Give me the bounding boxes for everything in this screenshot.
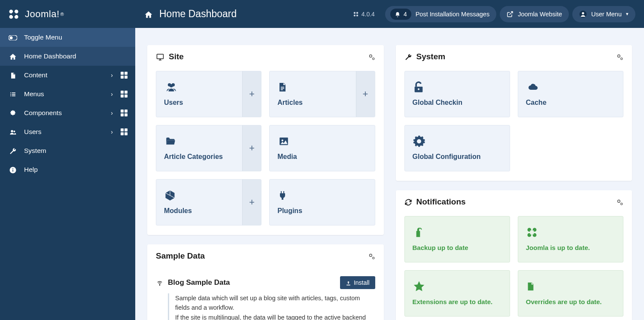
svg-rect-8 bbox=[10, 94, 11, 94]
system-panel-settings-button[interactable] bbox=[616, 53, 623, 61]
cloud-icon bbox=[526, 79, 615, 95]
unlock-icon bbox=[413, 79, 502, 95]
chevron-down-icon: ▾ bbox=[626, 11, 629, 17]
notification-tile[interactable]: Joomla is up to date. bbox=[518, 216, 623, 262]
sidebar-item-users[interactable]: Users› bbox=[0, 122, 135, 141]
notification-tile[interactable]: Extensions are up to date. bbox=[404, 270, 510, 317]
cog-icon bbox=[413, 133, 502, 149]
svg-point-5 bbox=[10, 36, 13, 39]
user-menu-text: User Menu bbox=[591, 11, 622, 18]
brand-text: Joomla! bbox=[25, 9, 60, 20]
grid-icon[interactable] bbox=[121, 110, 128, 116]
svg-point-44 bbox=[621, 203, 623, 205]
tile-users[interactable]: Users+ bbox=[156, 71, 261, 117]
svg-point-20 bbox=[356, 14, 358, 16]
right-column: System Global CheckinCacheGlobal Configu… bbox=[396, 45, 632, 320]
toggle-menu-label: Toggle Menu bbox=[24, 34, 128, 41]
tile-plugins[interactable]: Plugins bbox=[269, 179, 375, 226]
tile-label: Global Checkin bbox=[413, 99, 502, 107]
system-panel: System Global CheckinCacheGlobal Configu… bbox=[396, 45, 632, 181]
tile-global-configuration[interactable]: Global Configuration bbox=[404, 125, 510, 171]
plug-icon bbox=[277, 187, 367, 204]
sample-panel-settings-button[interactable] bbox=[368, 252, 375, 260]
add-button[interactable]: + bbox=[242, 71, 261, 117]
svg-point-17 bbox=[354, 12, 355, 13]
nav-label: Home Dashboard bbox=[24, 52, 128, 60]
svg-point-16 bbox=[12, 168, 13, 169]
svg-point-12 bbox=[11, 130, 13, 132]
info-icon bbox=[8, 165, 18, 174]
install-button[interactable]: Install bbox=[340, 276, 375, 289]
post-install-messages-button[interactable]: 4 Post Installation Messages bbox=[385, 6, 496, 22]
sidebar-item-home-dashboard[interactable]: Home Dashboard bbox=[0, 47, 135, 66]
tile-modules[interactable]: Modules+ bbox=[156, 179, 261, 226]
tile-media[interactable]: Media bbox=[269, 125, 375, 171]
tile-label: Extensions are up to date. bbox=[413, 298, 502, 305]
tile-label: Modules bbox=[164, 207, 253, 215]
page-title-text: Home Dashboard bbox=[159, 8, 237, 20]
page-title: Home Dashboard bbox=[144, 8, 237, 20]
site-panel-settings-button[interactable] bbox=[368, 53, 375, 61]
chevron-right-icon: › bbox=[111, 128, 113, 135]
toggle-menu-button[interactable]: Toggle Menu bbox=[0, 28, 135, 47]
wifi-icon bbox=[156, 278, 164, 287]
grid-icon[interactable] bbox=[121, 72, 128, 79]
toggle-icon bbox=[8, 33, 18, 42]
svg-rect-23 bbox=[157, 54, 164, 59]
reg-mark: ® bbox=[61, 12, 64, 17]
tile-cache[interactable]: Cache bbox=[518, 71, 623, 117]
tile-label: Global Configuration bbox=[413, 153, 502, 161]
dashboard-content: Site Users+Articles+Article Categories+M… bbox=[135, 28, 644, 320]
chevron-right-icon: › bbox=[111, 110, 113, 116]
grid-icon[interactable] bbox=[121, 128, 128, 135]
sidebar-item-menus[interactable]: Menus› bbox=[0, 85, 135, 104]
notification-tile[interactable]: Overrides are up to date. bbox=[518, 270, 623, 317]
brand-logo[interactable]: Joomla!® bbox=[0, 0, 135, 28]
tile-article-categories[interactable]: Article Categories+ bbox=[156, 125, 261, 171]
star-icon bbox=[413, 278, 502, 295]
svg-rect-29 bbox=[281, 87, 284, 88]
add-button[interactable]: + bbox=[242, 180, 261, 225]
system-panel-title: System bbox=[416, 52, 617, 61]
tile-label: Articles bbox=[277, 99, 367, 107]
add-button[interactable]: + bbox=[242, 125, 261, 171]
wrench-icon bbox=[404, 52, 412, 61]
notification-tile[interactable]: Backup up to date bbox=[404, 216, 510, 262]
upload-icon bbox=[346, 279, 351, 286]
sidebar-item-content[interactable]: Content› bbox=[0, 66, 135, 85]
tile-global-checkin[interactable]: Global Checkin bbox=[404, 71, 510, 117]
main-area: Home Dashboard 4.0.4 4 Post Installation… bbox=[135, 0, 644, 320]
sidebar-item-system[interactable]: System bbox=[0, 141, 135, 160]
sample-panel-title: Sample Data bbox=[156, 251, 368, 261]
nav-label: Menus bbox=[24, 90, 111, 98]
nav-label: Components bbox=[24, 109, 111, 117]
grid-icon[interactable] bbox=[121, 91, 128, 98]
version-indicator[interactable]: 4.0.4 bbox=[353, 11, 375, 18]
refresh-icon bbox=[404, 198, 412, 207]
svg-point-25 bbox=[372, 58, 374, 60]
tile-label: Plugins bbox=[277, 207, 367, 215]
svg-point-37 bbox=[372, 257, 374, 259]
add-button[interactable]: + bbox=[356, 71, 375, 117]
tile-label: Users bbox=[164, 99, 253, 107]
joomla-website-link[interactable]: Joomla Website bbox=[500, 6, 569, 22]
svg-point-19 bbox=[354, 14, 355, 16]
backup-icon bbox=[413, 224, 502, 241]
svg-rect-35 bbox=[283, 191, 284, 193]
tile-label: Joomla is up to date. bbox=[526, 244, 615, 251]
nav-label: Help bbox=[24, 166, 128, 174]
notifications-panel-settings-button[interactable] bbox=[616, 198, 623, 206]
messages-count: 4 bbox=[404, 11, 407, 18]
sample-data-item: Blog Sample Data Install Sample data whi… bbox=[147, 270, 384, 320]
topbar: Home Dashboard 4.0.4 4 Post Installation… bbox=[135, 0, 644, 28]
user-menu-button[interactable]: User Menu ▾ bbox=[572, 6, 635, 22]
svg-point-36 bbox=[369, 254, 372, 257]
tile-label: Overrides are up to date. bbox=[526, 298, 615, 305]
notifications-badge: 4 bbox=[390, 9, 411, 20]
sidebar-item-help[interactable]: Help bbox=[0, 160, 135, 179]
messages-label: Post Installation Messages bbox=[416, 11, 489, 18]
svg-point-39 bbox=[618, 55, 620, 58]
sidebar-item-components[interactable]: Components› bbox=[0, 104, 135, 122]
tile-articles[interactable]: Articles+ bbox=[269, 71, 375, 117]
users-icon bbox=[8, 128, 18, 136]
